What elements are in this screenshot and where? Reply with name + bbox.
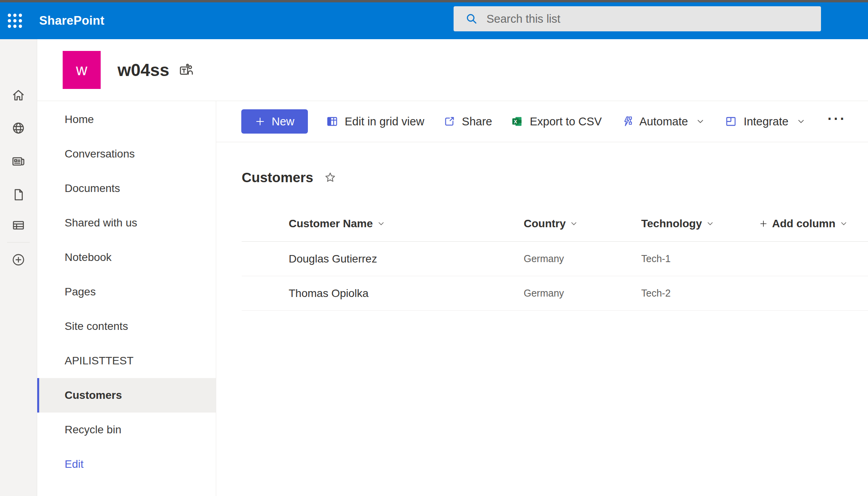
cell-technology: Tech-2 (641, 288, 759, 299)
rail-create-button[interactable] (8, 250, 29, 270)
site-logo[interactable]: w (63, 51, 101, 89)
nav-item-recycle-bin[interactable]: Recycle bin (37, 413, 216, 447)
rail-divider (7, 242, 30, 243)
list-icon (11, 218, 26, 233)
list-content: New Edit in grid view Share (216, 101, 868, 496)
cell-customer-name: Thomas Opiolka (289, 287, 524, 300)
integrate-icon (725, 115, 737, 128)
nav-item-site-contents[interactable]: Site contents (37, 309, 216, 344)
plus-icon (255, 116, 266, 127)
share-icon (443, 115, 456, 128)
chevron-down-icon (706, 219, 714, 228)
cell-customer-name: Douglas Gutierrez (289, 253, 524, 265)
nav-item-apilisttest[interactable]: APILISTTEST (37, 344, 216, 378)
chevron-down-icon (570, 219, 578, 228)
integrate-menu-button[interactable]: Integrate (725, 115, 805, 128)
search-icon (465, 12, 479, 26)
globe-icon (11, 121, 26, 136)
news-icon (11, 154, 26, 169)
waffle-icon (7, 13, 23, 29)
add-column-button[interactable]: Add column (759, 217, 868, 230)
rail-mysites-button[interactable] (8, 118, 29, 138)
excel-icon: X (511, 115, 523, 128)
search-box[interactable] (454, 6, 821, 31)
cell-country: Germany (524, 253, 641, 264)
list-title: Customers (242, 170, 313, 185)
suite-bar: SharePoint (0, 2, 868, 39)
automate-menu-button[interactable]: Automate (620, 115, 705, 128)
chevron-down-icon (796, 117, 806, 126)
rail-documents-button[interactable] (8, 185, 29, 205)
search-input[interactable] (486, 13, 808, 25)
teams-icon[interactable] (179, 62, 194, 78)
rail-lists-button[interactable] (8, 215, 29, 235)
nav-item-documents[interactable]: Documents (37, 171, 216, 206)
nav-item-shared-with-us[interactable]: Shared with us (37, 206, 216, 240)
column-header-technology[interactable]: Technology (641, 217, 759, 230)
nav-item-conversations[interactable]: Conversations (37, 137, 216, 171)
favorite-star-icon[interactable] (324, 171, 337, 184)
share-button[interactable]: Share (443, 115, 492, 128)
nav-edit-link[interactable]: Edit (37, 447, 216, 482)
column-header-customer-name[interactable]: Customer Name (289, 217, 524, 230)
app-launcher-button[interactable] (0, 2, 30, 39)
rail-news-button[interactable] (8, 151, 29, 172)
new-button[interactable]: New (241, 109, 308, 134)
plus-icon (759, 219, 768, 228)
table-header-row: Customer Name Country Technology (242, 206, 868, 242)
home-icon (11, 88, 26, 103)
nav-item-customers[interactable]: Customers (37, 378, 216, 413)
more-actions-button[interactable]: ··· (828, 112, 846, 131)
chevron-down-icon (377, 219, 385, 228)
cell-technology: Tech-1 (641, 253, 759, 264)
rail-home-button[interactable] (8, 85, 29, 105)
nav-item-home[interactable]: Home (37, 102, 216, 137)
sharepoint-home-link[interactable]: SharePoint (39, 14, 105, 28)
document-icon (11, 187, 26, 202)
svg-text:X: X (514, 119, 517, 125)
command-bar: New Edit in grid view Share (216, 101, 868, 142)
nav-item-notebook[interactable]: Notebook (37, 240, 216, 275)
chevron-down-icon (839, 219, 848, 228)
export-to-csv-button[interactable]: X Export to CSV (511, 115, 602, 128)
table-row[interactable]: Thomas Opiolka Germany Tech-2 (242, 276, 868, 311)
column-header-country[interactable]: Country (524, 217, 641, 230)
automate-flow-icon (620, 115, 633, 128)
plus-circle-icon (11, 252, 26, 267)
site-title[interactable]: w04ss (118, 60, 169, 80)
chevron-down-icon (696, 117, 705, 126)
cell-country: Germany (524, 288, 641, 299)
site-navigation: Home Conversations Documents Shared with… (37, 101, 216, 496)
edit-grid-view-button[interactable]: Edit in grid view (326, 115, 424, 128)
table-row[interactable]: Douglas Gutierrez Germany Tech-1 (242, 242, 868, 276)
nav-item-pages[interactable]: Pages (37, 275, 216, 309)
site-header: w w04ss (37, 39, 868, 101)
grid-view-icon (326, 115, 338, 128)
app-rail (0, 39, 37, 496)
